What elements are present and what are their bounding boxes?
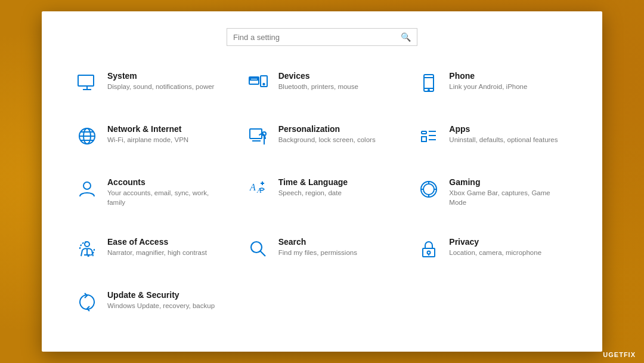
devices-text: Devices Bluetooth, printers, mouse (278, 71, 358, 91)
time-desc: Speech, region, date (278, 188, 348, 198)
privacy-desc: Location, camera, microphone (449, 248, 541, 257)
svg-line-39 (260, 251, 265, 256)
phone-text: Phone Link your Android, iPhone (449, 71, 527, 91)
devices-title: Devices (278, 71, 358, 81)
personalization-desc: Background, lock screen, colors (278, 135, 376, 144)
privacy-icon (417, 237, 441, 261)
privacy-text: Privacy Location, camera, microphone (449, 237, 541, 257)
search-input[interactable] (233, 33, 396, 42)
gaming-desc: Xbox Game Bar, captures, Game Mode (449, 188, 569, 207)
network-desc: Wi-Fi, airplane mode, VPN (107, 135, 188, 144)
system-title: System (107, 71, 214, 81)
phone-title: Phone (449, 71, 527, 81)
svg-point-32 (423, 184, 434, 195)
setting-item-gaming[interactable]: Gaming Xbox Game Bar, captures, Game Mod… (407, 169, 578, 228)
accounts-title: Accounts (107, 177, 227, 187)
setting-item-apps[interactable]: Apps Uninstall, defaults, optional featu… (407, 116, 578, 169)
svg-point-41 (428, 251, 431, 254)
update-text: Update & Security Windows Update, recove… (107, 290, 215, 310)
setting-item-update[interactable]: Update & Security Windows Update, recove… (66, 282, 237, 335)
setting-item-devices[interactable]: Devices Bluetooth, printers, mouse (237, 63, 408, 116)
svg-rect-0 (78, 75, 94, 86)
search-button[interactable]: 🔍 (401, 32, 411, 42)
ease-icon (75, 237, 99, 261)
setting-item-system[interactable]: System Display, sound, notifications, po… (66, 63, 237, 116)
time-text: Time & Language Speech, region, date (278, 177, 348, 198)
gaming-title: Gaming (449, 177, 569, 187)
search-bar: 🔍 (227, 28, 417, 46)
time-title: Time & Language (278, 177, 348, 187)
update-icon (75, 290, 99, 314)
accounts-text: Accounts Your accounts, email, sync, wor… (107, 177, 227, 207)
search-bar-container: 🔍 (227, 28, 417, 46)
svg-point-28 (83, 182, 91, 189)
apps-title: Apps (449, 124, 558, 134)
devices-desc: Bluetooth, printers, mouse (278, 82, 358, 91)
system-text: System Display, sound, notifications, po… (107, 71, 214, 91)
gaming-icon (417, 177, 441, 201)
search-title: Search (278, 237, 357, 247)
svg-point-6 (263, 84, 264, 85)
privacy-title: Privacy (449, 237, 541, 247)
personalization-text: Personalization Background, lock screen,… (278, 124, 376, 144)
setting-item-ease[interactable]: Ease of Access Narrator, magnifier, high… (66, 229, 237, 282)
ease-text: Ease of Access Narrator, magnifier, high… (107, 237, 207, 257)
svg-rect-16 (250, 129, 262, 139)
svg-rect-4 (250, 78, 258, 80)
watermark-label: UGETFIX (603, 351, 636, 358)
setting-item-accounts[interactable]: Accounts Your accounts, email, sync, wor… (66, 169, 237, 228)
system-desc: Display, sound, notifications, power (107, 82, 214, 91)
update-desc: Windows Update, recovery, backup (107, 301, 215, 310)
settings-grid: System Display, sound, notifications, po… (66, 63, 578, 335)
gaming-text: Gaming Xbox Game Bar, captures, Game Mod… (449, 177, 569, 207)
setting-item-phone[interactable]: Phone Link your Android, iPhone (407, 63, 578, 116)
setting-item-personalization[interactable]: Personalization Background, lock screen,… (237, 116, 408, 169)
svg-point-10 (428, 90, 429, 91)
apps-desc: Uninstall, defaults, optional features (449, 135, 558, 144)
settings-window: 🔍 System Display, sound, notifications, … (42, 11, 602, 352)
svg-rect-27 (422, 137, 426, 141)
personalization-icon (246, 124, 270, 148)
phone-desc: Link your Android, iPhone (449, 82, 527, 91)
setting-item-time[interactable]: A A Time & Language Speech, region, date (237, 169, 408, 228)
svg-point-38 (251, 242, 262, 253)
update-title: Update & Security (107, 290, 215, 300)
phone-icon (417, 71, 441, 95)
search-icon (246, 237, 270, 261)
network-text: Network & Internet Wi-Fi, airplane mode,… (107, 124, 188, 144)
setting-item-search[interactable]: Search Find my files, permissions (237, 229, 408, 282)
accounts-icon (75, 177, 99, 201)
search-desc: Find my files, permissions (278, 248, 357, 257)
system-icon (75, 71, 99, 95)
network-title: Network & Internet (107, 124, 188, 134)
devices-icon (246, 71, 270, 95)
apps-icon (417, 124, 441, 148)
apps-text: Apps Uninstall, defaults, optional featu… (449, 124, 558, 144)
svg-text:A: A (249, 182, 256, 192)
personalization-title: Personalization (278, 124, 376, 134)
setting-item-privacy[interactable]: Privacy Location, camera, microphone (407, 229, 578, 282)
time-icon: A A (246, 177, 270, 201)
network-icon (75, 124, 99, 148)
ease-desc: Narrator, magnifier, high contrast (107, 248, 207, 257)
ease-title: Ease of Access (107, 237, 207, 247)
svg-point-18 (262, 132, 266, 136)
search-text: Search Find my files, permissions (278, 237, 357, 257)
setting-item-network[interactable]: Network & Internet Wi-Fi, airplane mode,… (66, 116, 237, 169)
accounts-desc: Your accounts, email, sync, work, family (107, 188, 227, 207)
